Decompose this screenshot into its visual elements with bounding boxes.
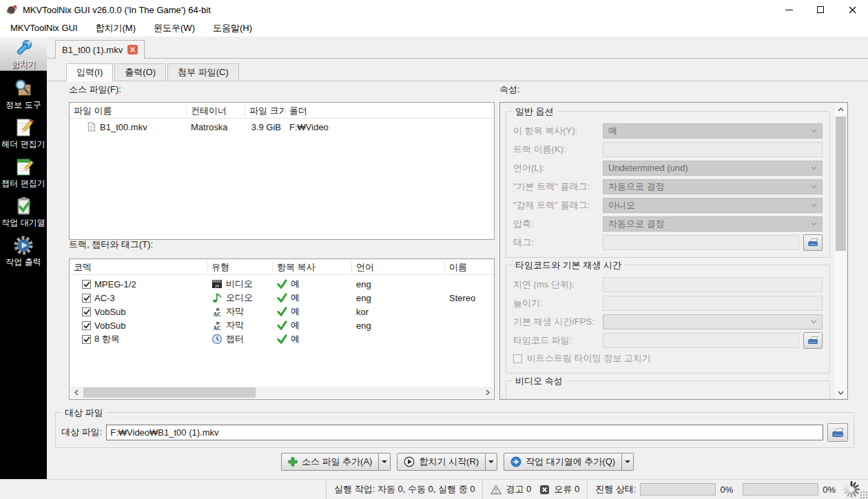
copy-yes-icon <box>277 293 287 303</box>
tab-attachments[interactable]: 첨부 파일(C) <box>167 63 239 81</box>
minimize-button[interactable] <box>773 0 805 19</box>
fix-bitstream-timing-checkbox <box>513 354 522 363</box>
track-row[interactable]: VobSub B AC 자막 예 kor <box>70 305 494 318</box>
status-bar: 실행 작업: 자동 0, 수동 0, 실행 중 0 경고 0 오류 0 진행 상… <box>0 479 868 499</box>
sidebar-item-info-tool[interactable]: 정보 도구 <box>0 74 47 113</box>
copy-this-item-select: 예 <box>603 123 823 139</box>
file-tab-label: B1_t00 (1).mkv <box>62 45 123 55</box>
add-to-job-queue-button[interactable]: 작업 대기열에 추가(Q) <box>504 453 622 471</box>
col-language[interactable]: 언어 <box>352 261 445 273</box>
properties-vertical-scrollbar[interactable] <box>835 103 847 398</box>
plus-icon <box>288 457 298 467</box>
maximize-button[interactable] <box>805 0 836 19</box>
timecode-browse-button[interactable] <box>803 332 823 349</box>
chevron-down-icon <box>811 222 817 226</box>
source-file-size: 3.9 GiB <box>245 122 285 132</box>
menu-mkvtoolnix-gui[interactable]: MKVToolNix GUI <box>1 21 87 35</box>
select-value: Undetermined (und) <box>608 163 688 173</box>
track-row[interactable]: MPEG-1/2 24 비디오 예 eng <box>70 277 494 291</box>
add-source-files-button[interactable]: 소스 파일 추가(A) <box>281 453 380 471</box>
svg-text:AC: AC <box>213 312 221 317</box>
tab-output-label: 출력(O) <box>125 66 156 79</box>
col-codec[interactable]: 코덱 <box>70 261 207 273</box>
source-files-header: 파일 이름 컨테이너 파일 크기 폴더 <box>70 103 494 119</box>
tab-close-icon[interactable] <box>127 45 138 54</box>
destination-input[interactable]: F:₩Video₩B1_t00 (1).mkv <box>106 425 823 440</box>
delay-label: 지연 (ms 단위): <box>513 278 603 291</box>
tracks-table[interactable]: 코덱 유형 항목 복사 언어 이름 MPEG-1/2 24 비디오 예 eng <box>69 258 495 400</box>
track-checkbox[interactable] <box>82 307 91 316</box>
close-button[interactable] <box>836 0 868 19</box>
window-title: MKVToolNix GUI v26.0.0 ('In The Game') 6… <box>23 5 773 15</box>
scroll-left-arrow[interactable] <box>70 387 82 398</box>
spinner-icon <box>843 480 860 498</box>
dropdown-arrow-icon <box>625 460 630 463</box>
track-row[interactable]: VobSub B AC 자막 예 eng <box>70 318 494 332</box>
track-checkbox[interactable] <box>82 321 91 330</box>
scroll-up-arrow[interactable] <box>835 103 847 115</box>
resize-grip[interactable] <box>860 491 867 498</box>
scroll-down-arrow[interactable] <box>835 387 847 398</box>
destination-value: F:₩Video₩B1_t00 (1).mkv <box>110 427 218 438</box>
scroll-thumb[interactable] <box>836 116 846 251</box>
col-copy-item[interactable]: 항목 복사 <box>273 261 352 273</box>
queue-arrow-icon <box>510 456 521 467</box>
track-row[interactable]: AC-3 오디오 예 eng Stereo <box>70 291 494 305</box>
track-row[interactable]: 8 항목 챕터 예 <box>70 332 494 346</box>
track-name-input <box>603 142 823 157</box>
merge-subtab-bar: 입력(I) 출력(O) 첨부 파일(C) <box>47 63 868 81</box>
sidebar-item-label: 챕터 편집기 <box>1 178 45 190</box>
scroll-right-arrow[interactable] <box>482 387 493 398</box>
warning-icon <box>490 485 502 495</box>
delay-input <box>603 277 823 292</box>
add-source-files-split-button: 소스 파일 추가(A) <box>281 453 391 471</box>
col-name[interactable]: 이름 <box>445 261 494 273</box>
menu-merge[interactable]: 합치기(M) <box>87 20 145 37</box>
sidebar-item-header-editor[interactable]: 헤더 편집기 <box>0 113 47 152</box>
scroll-thumb[interactable] <box>83 387 256 398</box>
tab-output[interactable]: 출력(O) <box>114 63 166 81</box>
tags-label: 태그: <box>513 236 603 249</box>
menu-help[interactable]: 도움말(H) <box>204 20 261 37</box>
menu-window[interactable]: 윈도우(W) <box>145 20 204 37</box>
track-name: Stereo <box>445 293 494 303</box>
track-checkbox[interactable] <box>82 335 91 344</box>
track-checkbox[interactable] <box>82 294 91 303</box>
source-file-row[interactable]: B1_t00.mkv Matroska 3.9 GiB F:₩Video <box>70 119 494 135</box>
col-file-size[interactable]: 파일 크기 <box>245 105 285 116</box>
track-language: eng <box>352 279 445 289</box>
scroll-track[interactable] <box>82 387 482 398</box>
track-checkbox[interactable] <box>82 280 91 289</box>
add-source-files-menu-arrow[interactable] <box>379 453 391 471</box>
start-muxing-button[interactable]: 합치기 시작(R) <box>397 453 486 471</box>
file-tab-bar: B1_t00 (1).mkv <box>47 40 868 59</box>
col-file-name[interactable]: 파일 이름 <box>70 105 187 116</box>
tags-browse-button[interactable] <box>803 234 823 251</box>
col-type[interactable]: 유형 <box>207 261 273 273</box>
tracks-horizontal-scrollbar[interactable] <box>70 387 493 398</box>
scroll-track[interactable] <box>835 115 847 387</box>
track-codec: AC-3 <box>94 293 115 303</box>
sidebar-item-job-queue[interactable]: 작업 대기열 <box>0 192 47 231</box>
file-icon <box>86 121 96 132</box>
file-tab[interactable]: B1_t00 (1).mkv <box>55 40 145 59</box>
track-copy: 예 <box>291 305 300 318</box>
header-editor-icon <box>12 116 34 139</box>
track-type: 자막 <box>226 319 244 332</box>
sidebar-item-chapter-editor[interactable]: 챕터 편집기 <box>0 152 47 192</box>
col-folder[interactable]: 폴더 <box>285 105 494 116</box>
dropdown-arrow-icon <box>382 460 387 463</box>
source-files-table[interactable]: 파일 이름 컨테이너 파일 크기 폴더 B1_t00.mkv Matroska … <box>69 102 495 240</box>
tab-attachments-label: 첨부 파일(C) <box>178 66 229 79</box>
sidebar-item-job-output[interactable]: 작업 출력 <box>0 231 47 270</box>
destination-browse-button[interactable] <box>827 423 848 442</box>
tracks-label: 트랙, 챕터와 태그(T): <box>69 238 153 251</box>
col-container[interactable]: 컨테이너 <box>187 105 245 116</box>
start-muxing-menu-arrow[interactable] <box>486 453 497 471</box>
tab-input[interactable]: 입력(I) <box>66 63 113 81</box>
sidebar-item-label: 정보 도구 <box>6 99 41 111</box>
add-to-queue-menu-arrow[interactable] <box>622 453 634 471</box>
progress-label: 진행 상태: <box>595 483 636 496</box>
sidebar-item-merge[interactable]: 합치기 <box>0 37 47 71</box>
track-type: 챕터 <box>226 333 244 345</box>
